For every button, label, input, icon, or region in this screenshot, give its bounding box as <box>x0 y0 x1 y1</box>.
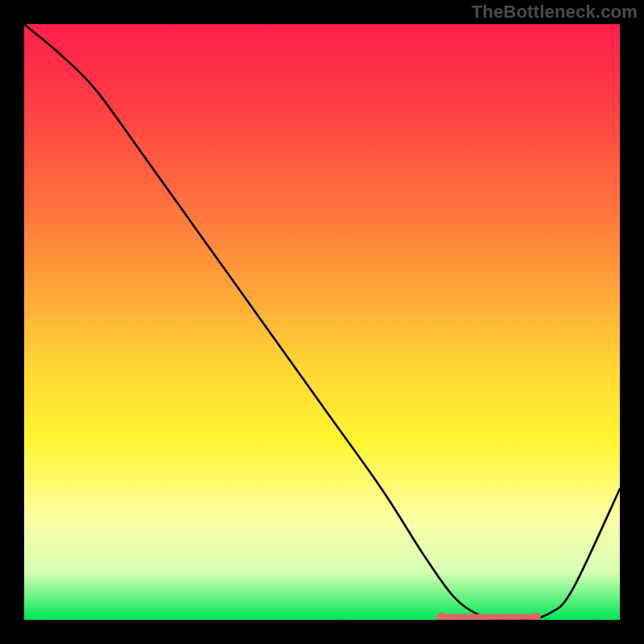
curve-svg <box>24 24 620 620</box>
flat-region-endpoint <box>532 613 541 620</box>
flat-region-dot <box>496 614 501 619</box>
watermark-text: TheBottleneck.com <box>472 2 638 23</box>
flat-region-dot <box>477 614 481 619</box>
flat-region-endpoint <box>437 613 446 620</box>
flat-region-dot <box>515 614 520 619</box>
bottleneck-curve-path <box>24 24 620 620</box>
plot-area <box>24 24 620 620</box>
chart-frame: TheBottleneck.com <box>0 0 644 644</box>
flat-region-dot <box>457 614 462 619</box>
